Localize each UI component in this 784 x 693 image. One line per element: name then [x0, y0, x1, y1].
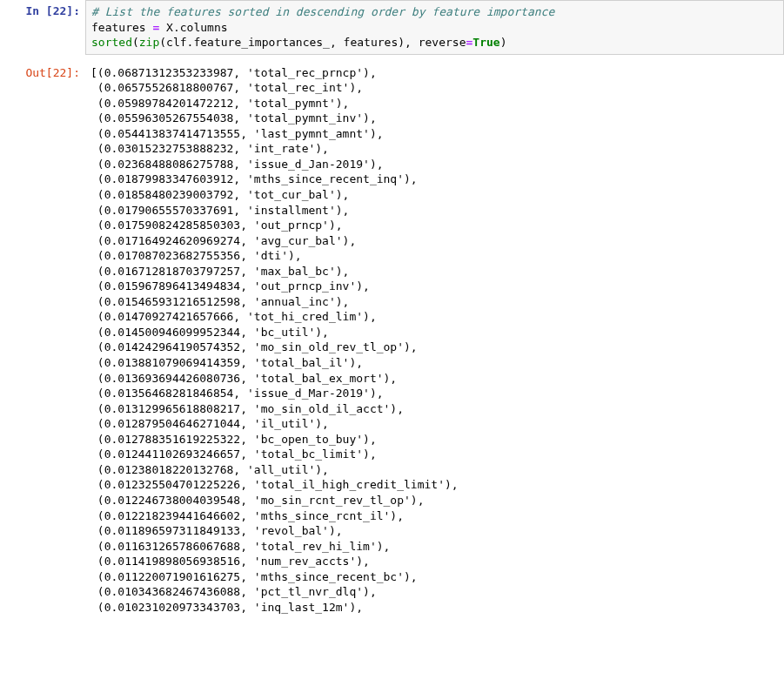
out-prompt: Out[22]:: [0, 62, 85, 616]
in-prompt: In [22]:: [0, 0, 85, 55]
code-editor[interactable]: # List the features sorted in descending…: [85, 0, 784, 55]
output-cell: Out[22]: [(0.06871312353233987, 'total_r…: [0, 62, 784, 616]
input-cell: In [22]: # List the features sorted in d…: [0, 0, 784, 55]
output-text: [(0.06871312353233987, 'total_rec_prncp'…: [85, 62, 784, 616]
code-comment: # List the features sorted in descending…: [91, 5, 554, 18]
